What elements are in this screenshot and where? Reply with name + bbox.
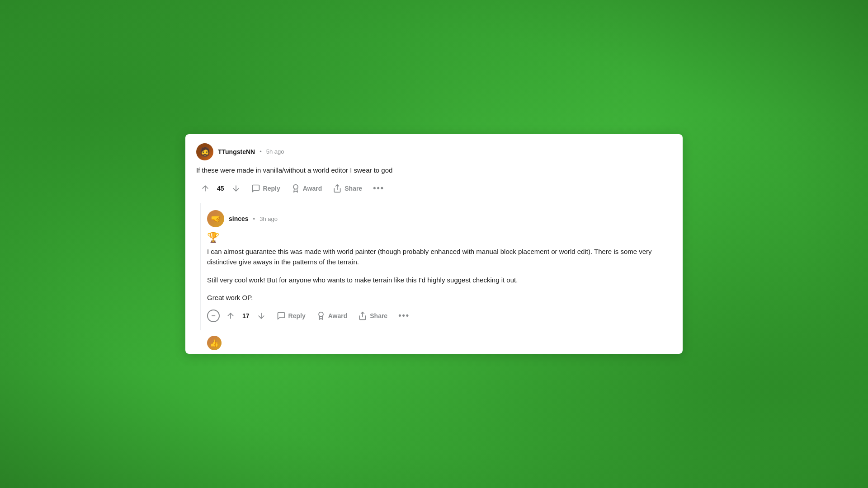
collapse-icon: − [211,312,215,320]
vote-group-1: 45 [196,181,245,196]
reply-label-1: Reply [263,185,280,192]
timestamp-comment-2: 3h ago [259,216,278,222]
upvote-icon-2 [226,311,235,320]
comments-card: 🧔 TTungsteNN • 5h ago If these were made… [185,134,683,354]
reply-button-1[interactable]: Reply [247,181,285,196]
username-sinces: sinces [229,215,249,222]
reply-icon-1 [251,184,260,193]
downvote-icon-1 [231,184,241,193]
downvote-icon-2 [257,311,266,320]
share-icon-1 [333,184,342,193]
vote-count-2: 17 [241,312,250,319]
comment-1-text: If these were made in vanilla/without a … [196,165,672,175]
share-button-1[interactable]: Share [328,181,367,196]
vote-count-1: 45 [216,185,225,192]
comment-2-text-2: Still very cool work! But for anyone who… [207,275,672,285]
award-icon-2 [316,311,326,320]
reply-icon-2 [277,311,286,320]
comment-1-header: 🧔 TTungsteNN • 5h ago [196,143,672,160]
avatar-ttungstenn: 🧔 [196,143,213,160]
downvote-button-2[interactable] [252,309,270,323]
comment-2: 🤜 sinces • 3h ago 🏆 I can almost guarant… [185,203,683,330]
award-label-1: Award [303,185,322,192]
share-label-1: Share [344,185,362,192]
comment-2-text-1: I can almost guarantee this was made wit… [207,246,672,267]
share-label-2: Share [370,312,387,319]
comment-2-text-3: Great work OP. [207,292,672,303]
partial-avatar: 👍 [207,336,222,350]
share-button-2[interactable]: Share [354,309,392,323]
avatar-sinces: 🤜 [207,210,224,227]
upvote-icon-1 [201,184,210,193]
more-icon-2: ••• [398,311,410,320]
more-button-1[interactable]: ••• [368,181,389,196]
share-icon-2 [358,311,367,320]
partial-avatar-row: 👍 [185,330,683,354]
reply-label-2: Reply [288,312,306,319]
vote-group-2: 17 [222,309,270,323]
award-emoji: 🏆 [207,232,672,244]
comment-2-action-bar: − 17 Reply [207,308,672,323]
award-button-2[interactable]: Award [312,309,352,323]
award-button-1[interactable]: Award [287,181,327,196]
comment-1-action-bar: 45 Reply Award [196,181,672,196]
award-label-2: Award [328,312,348,319]
comment-1: 🧔 TTungsteNN • 5h ago If these were made… [185,134,683,203]
downvote-button-1[interactable] [227,181,245,196]
timestamp-comment-1: 5h ago [266,148,284,155]
reply-button-2[interactable]: Reply [272,309,310,323]
upvote-button-1[interactable] [196,181,214,196]
more-button-2[interactable]: ••• [394,308,414,323]
award-icon-1 [291,184,300,193]
username-ttungstenn: TTungsteNN [218,148,255,155]
comment-2-header: 🤜 sinces • 3h ago [207,210,672,227]
more-icon-1: ••• [373,183,384,193]
collapse-button-2[interactable]: − [207,310,220,322]
upvote-button-2[interactable] [222,309,240,323]
